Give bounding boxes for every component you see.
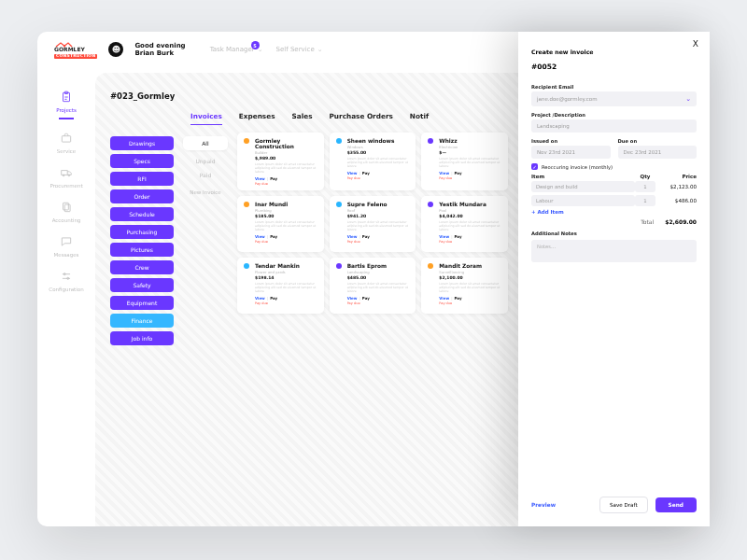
- chip-pictures[interactable]: Pictures: [110, 243, 174, 257]
- recipient-email-select[interactable]: jane.doe@gormley.com ⌄: [531, 91, 697, 106]
- svg-rect-6: [63, 203, 69, 210]
- invoice-card[interactable]: Gormley ConstructionBuilder$,989.00Lorem…: [237, 133, 324, 190]
- card-vendor-name: Tendar Mankin: [255, 263, 317, 269]
- chevron-down-icon: ⌄: [317, 46, 323, 53]
- card-pay-link[interactable]: Pay: [455, 296, 462, 301]
- send-button[interactable]: Send: [655, 497, 697, 512]
- card-description: Lorem ipsum dolor sit amet consectetur a…: [347, 220, 410, 231]
- card-view-link[interactable]: View: [347, 234, 358, 239]
- chip-crew[interactable]: Crew: [110, 260, 174, 274]
- line-item-name[interactable]: Labour: [531, 195, 635, 206]
- due-on-label: Due on: [618, 138, 698, 144]
- col-price: Price: [655, 174, 697, 179]
- card-category: Flower and yards: [255, 270, 317, 274]
- issued-on-input[interactable]: Nov 23rd 2021: [531, 146, 611, 159]
- invoice-card[interactable]: Yestik MundaraPool$4,042.00Lorem ipsum d…: [421, 196, 508, 252]
- line-item-qty[interactable]: 1: [635, 181, 655, 192]
- chip-equipment[interactable]: Equipment: [110, 296, 174, 310]
- tab-purchase-orders[interactable]: Purchase Orders: [330, 112, 393, 125]
- sidebar-label: Messages: [54, 252, 79, 258]
- invoice-card[interactable]: Supre FelenoRoof$941.20Lorem ipsum dolor…: [330, 196, 416, 252]
- project-desc-input[interactable]: Landscaping: [531, 119, 697, 133]
- card-amount: $2,100.00: [439, 275, 501, 280]
- card-view-link[interactable]: View: [347, 296, 358, 301]
- chip-order[interactable]: Order: [110, 189, 174, 203]
- chip-rfi[interactable]: RFI: [110, 172, 174, 186]
- recurring-label: Reoccuring invoice (monthly): [542, 164, 613, 170]
- line-item-qty[interactable]: 1: [635, 195, 655, 206]
- svg-rect-2: [62, 135, 70, 141]
- add-item-link[interactable]: + Add Item: [531, 209, 697, 215]
- sidebar-label: Procurement: [49, 183, 82, 189]
- chip-specs[interactable]: Specs: [110, 154, 174, 168]
- notes-input[interactable]: Notes…: [531, 240, 697, 262]
- new-invoice-link[interactable]: New Invoice: [183, 189, 228, 195]
- sidebar-item-projects[interactable]: Projects: [56, 90, 77, 119]
- sidebar-item-accounting[interactable]: Accounting: [52, 200, 81, 223]
- brand-sub: CONSTRUCTION: [54, 54, 97, 59]
- chip-drawings[interactable]: Drawings: [110, 136, 174, 150]
- chip-purchasing[interactable]: Purchasing: [110, 225, 174, 239]
- status-dot-icon: [244, 138, 249, 144]
- save-draft-button[interactable]: Save Draft: [599, 497, 648, 513]
- status-dot-icon: [336, 263, 342, 269]
- card-view-link[interactable]: View: [439, 171, 449, 175]
- chip-finance[interactable]: Finance: [110, 314, 174, 328]
- card-view-link[interactable]: View: [255, 296, 265, 301]
- card-pay-link[interactable]: Pay: [362, 296, 370, 301]
- chip-job-info[interactable]: Job info: [110, 331, 174, 345]
- card-pay-link[interactable]: Pay: [270, 234, 277, 239]
- chip-schedule[interactable]: Schedule: [110, 207, 174, 221]
- card-pay-link[interactable]: Pay: [455, 171, 462, 175]
- card-pay-link[interactable]: Pay: [455, 234, 462, 239]
- line-item-name[interactable]: Design and build: [531, 181, 635, 192]
- due-on-input[interactable]: Dec 23rd 2021: [618, 146, 698, 159]
- invoice-card[interactable]: Tendar MankinFlower and yards$198.14Lore…: [237, 258, 324, 314]
- recurring-checkbox[interactable]: ✓ Reoccuring invoice (monthly): [531, 163, 697, 170]
- nav-task-manager[interactable]: Task Manager ⌄ 5: [210, 46, 263, 53]
- status-dot-icon: [336, 138, 342, 144]
- tab-sales[interactable]: Sales: [292, 112, 313, 125]
- tab-expenses[interactable]: Expenses: [239, 112, 275, 125]
- line-item-row: Labour1$486.00: [531, 195, 697, 206]
- filter-unpaid[interactable]: Unpaid: [183, 158, 228, 164]
- sidebar-item-procurement[interactable]: Procurement: [49, 165, 82, 189]
- total-label: Total: [641, 218, 654, 225]
- sidebar-label: Service: [57, 148, 76, 154]
- preview-link[interactable]: Preview: [531, 502, 556, 508]
- card-view-link[interactable]: View: [255, 234, 265, 239]
- invoice-card[interactable]: Inar MundiPlumbing$185.00Lorem ipsum dol…: [237, 196, 324, 252]
- card-pay-link[interactable]: Pay: [362, 234, 370, 239]
- card-vendor-name: Bartis Eprom: [347, 263, 410, 269]
- sidebar-item-messages[interactable]: Messages: [54, 234, 79, 258]
- card-pay-link[interactable]: Pay: [270, 296, 277, 301]
- card-view-link[interactable]: View: [255, 176, 265, 181]
- tab-notifications[interactable]: Notif: [410, 112, 429, 125]
- card-view-link[interactable]: View: [439, 234, 449, 239]
- card-view-link[interactable]: View: [347, 171, 358, 175]
- avatar[interactable]: ☻: [108, 42, 123, 57]
- card-pay-link[interactable]: Pay: [270, 176, 277, 181]
- card-pay-link[interactable]: Pay: [362, 171, 370, 175]
- sidebar-item-service[interactable]: Service: [57, 131, 76, 154]
- card-view-link[interactable]: View: [439, 296, 449, 301]
- card-category: Pool: [439, 208, 501, 213]
- task-count-badge: 5: [251, 41, 260, 49]
- nav-self-service[interactable]: Self Service ⌄: [276, 46, 323, 53]
- line-item-row: Design and build1$2,123.00: [531, 181, 697, 192]
- filter-all[interactable]: All: [183, 136, 228, 150]
- tab-invoices[interactable]: Invoices: [190, 112, 222, 125]
- card-category: Windows: [347, 145, 410, 149]
- invoice-card[interactable]: WhizzElectrician$—Lorem ipsum dolor sit …: [421, 133, 508, 190]
- card-amount: $941.20: [347, 214, 410, 218]
- close-icon[interactable]: X: [693, 39, 698, 49]
- chip-safety[interactable]: Safety: [110, 278, 174, 292]
- invoice-card[interactable]: Sheen windowsWindows$355.00Lorem ipsum d…: [330, 133, 416, 190]
- svg-point-5: [68, 175, 70, 176]
- filter-paid[interactable]: Paid: [183, 172, 228, 178]
- sidebar-item-configuration[interactable]: Configuration: [49, 269, 83, 292]
- nav-self-service-label: Self Service: [276, 46, 315, 53]
- card-due-status: Pay due: [347, 240, 410, 244]
- invoice-card[interactable]: Mandit ZoramSurveillancing$2,100.00Lorem…: [421, 258, 508, 314]
- invoice-card[interactable]: Bartis EpromLandscaping$485.00Lorem ipsu…: [330, 258, 416, 314]
